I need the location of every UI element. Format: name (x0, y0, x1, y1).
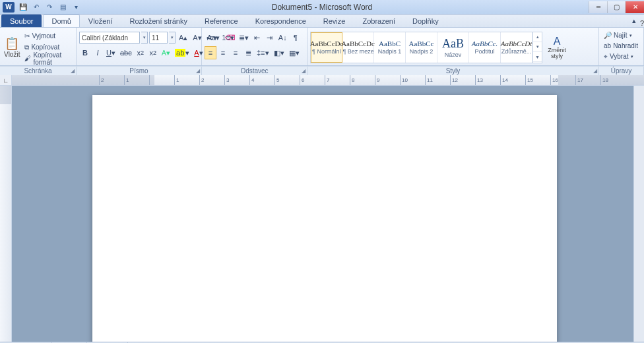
style-normal[interactable]: AaBbCcDc¶ Normální (311, 32, 342, 63)
vertical-ruler[interactable] (0, 86, 12, 342)
qat-custom-icon[interactable]: ▤ (57, 2, 69, 13)
format-painter-button[interactable]: 🖌Kopírovat formát (22, 53, 73, 63)
minimize-button[interactable]: ━ (589, 1, 607, 13)
sort-button[interactable]: A↓ (276, 31, 289, 44)
find-button[interactable]: 🔎Najít▾ (602, 30, 634, 40)
multilevel-button[interactable]: ≣▾ (237, 31, 251, 44)
cut-button[interactable]: ✂Vyjmout (22, 31, 73, 41)
style-preview: AaB (442, 37, 464, 51)
redo-icon[interactable]: ↷ (44, 2, 55, 13)
highlight-button[interactable]: ab▾ (173, 46, 191, 59)
tab-home[interactable]: Domů (43, 15, 79, 27)
clipboard-icon: 📋 (5, 36, 19, 51)
save-icon[interactable]: 💾 (17, 2, 29, 13)
styles-group-label: Styly (446, 67, 461, 75)
align-right-button[interactable]: ≡ (230, 46, 242, 59)
style-name: Podtitul (474, 48, 494, 55)
paste-button[interactable]: 📋 Vložit (3, 32, 21, 63)
style-title[interactable]: AaBNázev (437, 32, 469, 63)
style-preview: AaBbCc. (472, 40, 498, 47)
show-marks-button[interactable]: ¶ (290, 31, 302, 44)
minimize-ribbon-icon[interactable]: ▴ (628, 14, 640, 27)
style-name: ¶ Bez mezer (343, 48, 373, 55)
group-editing: 🔎Najít▾ abNahradit ⌖Vybrat▾ (599, 28, 644, 65)
font-launcher-icon[interactable]: ◢ (196, 68, 200, 74)
change-styles-icon: A (554, 36, 561, 47)
borders-button[interactable]: ▦▾ (287, 46, 302, 59)
text-effects-button[interactable]: A▾ (160, 46, 172, 59)
font-name-combo[interactable]: Calibri (Základn (79, 32, 140, 44)
bullets-button[interactable]: •≡▾ (205, 31, 219, 44)
close-button[interactable]: ✕ (626, 1, 644, 13)
grow-font-button[interactable]: A▴ (177, 31, 189, 44)
page[interactable] (92, 95, 557, 342)
help-icon[interactable]: ? (640, 19, 644, 27)
brush-icon: 🖌 (24, 55, 31, 62)
clipboard-launcher-icon[interactable]: ◢ (71, 68, 75, 74)
subscript-button[interactable]: x2 (135, 46, 146, 59)
font-size-dropdown-icon[interactable]: ▾ (169, 32, 176, 44)
vertical-scrollbar[interactable] (633, 86, 644, 342)
italic-button[interactable]: I (92, 46, 104, 59)
justify-button[interactable]: ≣ (242, 46, 254, 59)
quick-access-toolbar: 💾 ↶ ↷ ▤ ▾ (17, 2, 82, 13)
title-bar: W 💾 ↶ ↷ ▤ ▾ Dokument5 - Microsoft Word ━… (0, 0, 644, 15)
gallery-down-icon[interactable]: ▾ (533, 42, 542, 52)
style-heading1[interactable]: AaBbCNadpis 1 (374, 32, 406, 63)
strikethrough-button[interactable]: abc (118, 46, 134, 59)
group-font: Calibri (Základn▾ 11▾ A▴ A▾ Aa▾ ⌫ B I U▾… (77, 28, 202, 65)
style-name: Nadpis 2 (410, 48, 434, 55)
numbering-button[interactable]: 1≡▾ (220, 31, 236, 44)
replace-button[interactable]: abNahradit (602, 41, 640, 51)
style-no-spacing[interactable]: AaBbCcDc¶ Bez mezer (342, 32, 374, 63)
tab-selector[interactable]: ∟ (0, 75, 12, 85)
font-size-combo[interactable]: 11 (149, 32, 168, 44)
group-labels: Schránka◢ Písmo◢ Odstavec◢ Styly◢ Úpravy (0, 66, 644, 75)
copy-label: Kopírovat (31, 44, 59, 51)
font-name-dropdown-icon[interactable]: ▾ (141, 32, 148, 44)
document-canvas[interactable] (12, 86, 633, 342)
style-heading2[interactable]: AaBbCcNadpis 2 (406, 32, 437, 63)
tab-page-layout[interactable]: Rozložení stránky (121, 15, 196, 27)
tab-insert[interactable]: Vložení (80, 15, 121, 27)
binoculars-icon: 🔎 (604, 32, 612, 39)
style-name: Nadpis 1 (378, 48, 402, 55)
align-left-button[interactable]: ≡ (205, 46, 216, 59)
superscript-button[interactable]: x2 (147, 46, 159, 59)
undo-icon[interactable]: ↶ (30, 2, 42, 13)
style-subtitle[interactable]: AaBbCc.Podtitul (469, 32, 501, 63)
select-button[interactable]: ⌖Vybrat▾ (602, 51, 635, 61)
align-center-button[interactable]: ≡ (217, 46, 229, 59)
horizontal-ruler[interactable]: 21123456789101112131415161718 (12, 75, 644, 85)
line-spacing-button[interactable]: ‡≡▾ (255, 46, 271, 59)
increase-indent-button[interactable]: ⇥ (264, 31, 276, 44)
style-emphasis[interactable]: AaBbCcDtZdůrazně... (501, 32, 532, 63)
gallery-more-icon[interactable]: ▼ (533, 52, 542, 62)
tab-view[interactable]: Zobrazení (354, 15, 404, 27)
shading-button[interactable]: ◧▾ (272, 46, 286, 59)
change-styles-label: Změnit styly (544, 47, 569, 59)
ruler-row: ∟ 21123456789101112131415161718 (0, 75, 644, 86)
qat-dropdown-icon[interactable]: ▾ (70, 2, 82, 13)
styles-launcher-icon[interactable]: ◢ (593, 68, 597, 74)
tab-review[interactable]: Revize (315, 15, 354, 27)
decrease-indent-button[interactable]: ⇤ (251, 31, 263, 44)
maximize-button[interactable]: ▢ (607, 1, 626, 13)
gallery-up-icon[interactable]: ▴ (533, 32, 542, 42)
clipboard-group-label: Schránka (24, 67, 51, 75)
bold-button[interactable]: B (79, 46, 91, 59)
select-label: Vybrat (610, 53, 629, 60)
ribbon: 📋 Vložit ✂Vyjmout ⧉Kopírovat 🖌Kopírovat … (0, 28, 644, 66)
paragraph-launcher-icon[interactable]: ◢ (302, 68, 306, 74)
cut-label: Vyjmout (32, 32, 55, 40)
tab-references[interactable]: Reference (196, 15, 247, 27)
tab-mailings[interactable]: Korespondence (247, 15, 315, 27)
tab-addins[interactable]: Doplňky (404, 15, 447, 27)
scissors-icon: ✂ (24, 32, 30, 40)
change-styles-button[interactable]: A Změnit styly (544, 32, 570, 63)
style-preview: AaBbCcDc (341, 40, 375, 47)
paste-label: Vložit (4, 51, 20, 58)
underline-button[interactable]: U▾ (104, 46, 117, 59)
tab-file[interactable]: Soubor (1, 15, 42, 27)
replace-label: Nahradit (613, 42, 638, 49)
